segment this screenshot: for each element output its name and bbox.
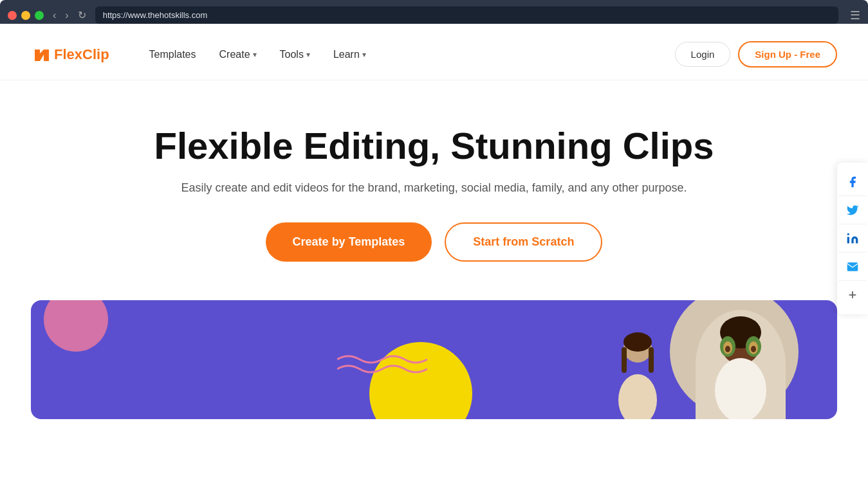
- logo-icon: [31, 44, 51, 65]
- svg-rect-3: [649, 347, 654, 373]
- browser-menu-icon[interactable]: ☰: [850, 8, 860, 22]
- hero-subtitle: Easily create and edit videos for the br…: [31, 179, 837, 197]
- forward-button[interactable]: ›: [62, 9, 71, 21]
- nav-templates-label: Templates: [149, 49, 196, 60]
- signup-button[interactable]: Sign Up - Free: [738, 41, 837, 68]
- browser-controls-bar: ‹ › ↻ https://www.thehotskills.com ☰: [8, 6, 860, 24]
- nav-links: Templates Create ▾ Tools ▾ Learn ▾: [140, 44, 675, 66]
- twitter-icon: [846, 204, 859, 217]
- svg-point-13: [751, 346, 756, 352]
- hero-title: Flexible Editing, Stunning Clips: [31, 125, 837, 166]
- start-from-scratch-button[interactable]: Start from Scratch: [445, 222, 602, 262]
- svg-point-1: [618, 374, 657, 419]
- back-button[interactable]: ‹: [50, 9, 59, 21]
- page-content: FlexClip Templates Create ▾ Tools ▾ Lear…: [0, 29, 868, 447]
- email-icon: [846, 260, 859, 273]
- nav-learn-label: Learn: [333, 49, 360, 60]
- person-right-decor: [696, 310, 786, 419]
- svg-point-4: [623, 332, 652, 352]
- refresh-button[interactable]: ↻: [75, 9, 89, 21]
- linkedin-share-button[interactable]: [838, 224, 867, 253]
- traffic-light-yellow[interactable]: [21, 11, 30, 20]
- nav-learn-chevron: ▾: [362, 50, 366, 59]
- logo-flex: Flex: [54, 46, 82, 62]
- svg-point-6: [715, 358, 766, 419]
- traffic-light-red[interactable]: [8, 11, 17, 20]
- traffic-lights: [8, 11, 44, 20]
- nav-learn[interactable]: Learn ▾: [324, 44, 375, 66]
- navbar: FlexClip Templates Create ▾ Tools ▾ Lear…: [0, 29, 868, 80]
- hero-section: Flexible Editing, Stunning Clips Easily …: [0, 80, 868, 294]
- nav-create[interactable]: Create ▾: [210, 44, 266, 66]
- banner-decorations: [31, 300, 837, 419]
- facebook-share-button[interactable]: [838, 168, 867, 196]
- logo-clip: Clip: [82, 46, 109, 62]
- nav-create-chevron: ▾: [253, 50, 257, 59]
- email-share-button[interactable]: [838, 253, 867, 281]
- social-sidebar: +: [837, 163, 868, 314]
- logo-wordmark: FlexClip: [54, 46, 109, 63]
- svg-rect-2: [622, 347, 627, 373]
- login-button[interactable]: Login: [675, 42, 731, 67]
- more-share-button[interactable]: +: [838, 281, 867, 309]
- person-left-figure: [609, 329, 667, 419]
- twitter-share-button[interactable]: [838, 196, 867, 224]
- browser-chrome: ‹ › ↻ https://www.thehotskills.com ☰: [0, 0, 868, 24]
- person-left-decor: [605, 323, 670, 419]
- browser-nav-buttons: ‹ › ↻: [50, 9, 89, 21]
- svg-point-12: [725, 346, 730, 352]
- person-right-figure: [699, 313, 782, 419]
- pink-circle-decor: [44, 300, 108, 352]
- traffic-light-green[interactable]: [35, 11, 44, 20]
- nav-tools-chevron: ▾: [306, 50, 310, 59]
- logo[interactable]: FlexClip: [31, 44, 109, 65]
- wavy-lines-decor: [337, 350, 427, 382]
- url-text: https://www.thehotskills.com: [103, 10, 208, 20]
- nav-actions: Login Sign Up - Free: [675, 41, 837, 68]
- create-by-templates-button[interactable]: Create by Templates: [266, 222, 432, 262]
- nav-tools[interactable]: Tools ▾: [271, 44, 319, 66]
- svg-point-14: [847, 233, 849, 235]
- nav-create-label: Create: [219, 49, 250, 60]
- nav-templates[interactable]: Templates: [140, 44, 205, 66]
- preview-banner: [31, 300, 837, 419]
- address-bar[interactable]: https://www.thehotskills.com: [95, 6, 838, 24]
- nav-tools-label: Tools: [280, 49, 304, 60]
- facebook-icon: [846, 176, 859, 188]
- linkedin-icon: [846, 232, 859, 245]
- hero-buttons: Create by Templates Start from Scratch: [31, 222, 837, 262]
